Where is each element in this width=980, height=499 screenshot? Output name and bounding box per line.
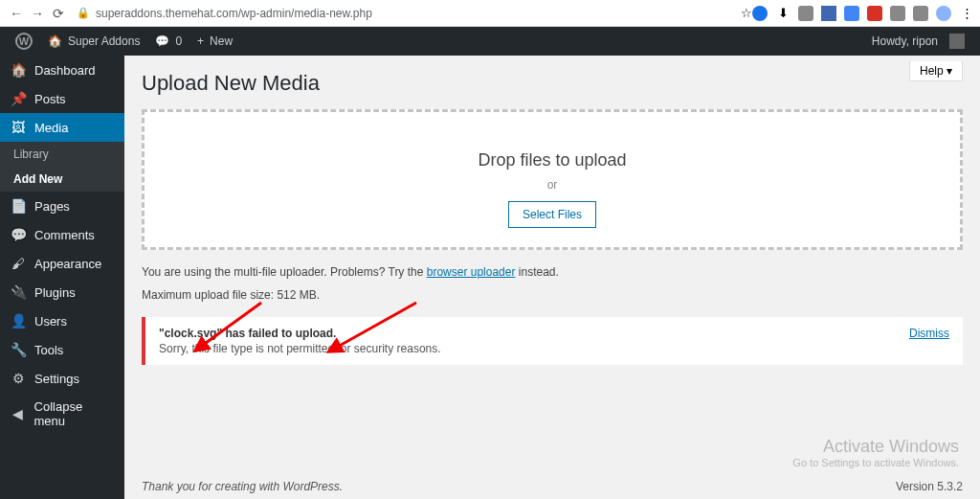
error-detail: Sorry, this file type is not permitted f…	[159, 342, 441, 355]
sidebar-label: Posts	[34, 92, 66, 106]
drop-or: or	[154, 178, 950, 192]
select-files-button[interactable]: Select Files	[508, 201, 596, 228]
new-link[interactable]: + New	[189, 34, 240, 48]
ext-icon-2[interactable]	[798, 6, 813, 21]
comments-icon: 💬	[10, 227, 27, 242]
account-link[interactable]: Howdy, ripon	[864, 34, 972, 49]
pages-icon: 📄	[10, 198, 27, 214]
address-bar[interactable]: 🔒 superaddons.themehat.com/wp-admin/medi…	[69, 5, 741, 22]
sidebar-item-tools[interactable]: 🔧Tools	[0, 335, 124, 364]
comments-link[interactable]: 💬 0	[147, 34, 189, 48]
help-tab[interactable]: Help ▾	[909, 61, 963, 81]
sidebar-label: Media	[34, 121, 68, 135]
wp-admin-bar: W 🏠 Super Addons 💬 0 + New Howdy, ripon	[0, 27, 980, 56]
browser-forward[interactable]: →	[27, 6, 48, 21]
sidebar-item-comments[interactable]: 💬Comments	[0, 220, 124, 249]
browser-menu[interactable]: ⋮	[959, 6, 974, 21]
download-icon[interactable]: ⬇	[775, 6, 791, 21]
plugins-icon: 🔌	[10, 284, 27, 300]
uploader-hint: You are using the multi-file uploader. P…	[142, 265, 963, 279]
media-icon: 🖼	[10, 120, 27, 135]
browser-uploader-link[interactable]: browser uploader	[427, 265, 516, 279]
settings-icon: ⚙	[10, 371, 27, 386]
site-link[interactable]: 🏠 Super Addons	[40, 34, 147, 48]
users-icon: 👤	[10, 313, 27, 329]
activate-windows-watermark: Activate Windows Go to Settings to activ…	[792, 437, 959, 468]
upload-dropzone[interactable]: Drop files to upload or Select Files	[142, 109, 963, 250]
footer-thanks: Thank you for creating with WordPress.	[142, 480, 343, 493]
sidebar-item-appearance[interactable]: 🖌Appearance	[0, 249, 124, 278]
sidebar-label: Dashboard	[34, 63, 96, 78]
browser-bar: ← → ⟳ 🔒 superaddons.themehat.com/wp-admi…	[0, 0, 980, 27]
comments-count: 0	[175, 34, 182, 48]
ext-icon-7[interactable]	[913, 6, 928, 21]
sidebar-sub-library[interactable]: Library	[0, 142, 124, 167]
sidebar-item-settings[interactable]: ⚙Settings	[0, 364, 124, 393]
sidebar-label: Users	[34, 314, 67, 329]
sidebar-item-media[interactable]: 🖼Media	[0, 113, 124, 142]
collapse-icon: ◀	[10, 406, 27, 421]
sidebar-sub-addnew[interactable]: Add New	[0, 167, 124, 192]
dismiss-link[interactable]: Dismiss	[909, 327, 949, 355]
ext-icon-5[interactable]	[867, 6, 882, 21]
lock-icon: 🔒	[77, 7, 90, 19]
howdy-text: Howdy, ripon	[872, 34, 938, 48]
sidebar-label: Settings	[34, 372, 79, 386]
home-icon: 🏠	[48, 34, 62, 48]
appearance-icon: 🖌	[10, 256, 27, 271]
profile-avatar[interactable]	[936, 6, 951, 21]
sidebar-collapse[interactable]: ◀Collapse menu	[0, 393, 124, 435]
sidebar-label: Collapse menu	[34, 399, 115, 428]
sidebar-item-posts[interactable]: 📌Posts	[0, 84, 124, 113]
sidebar-label: Comments	[34, 228, 95, 242]
wordpress-icon: W	[15, 33, 33, 50]
footer-version: Version 5.3.2	[896, 480, 963, 493]
dashboard-icon: 🏠	[10, 62, 27, 78]
sidebar-item-plugins[interactable]: 🔌Plugins	[0, 278, 124, 306]
error-notice: "clock.svg" has failed to upload. Sorry,…	[142, 317, 963, 365]
sidebar-item-pages[interactable]: 📄Pages	[0, 192, 124, 220]
url-text: superaddons.themehat.com/wp-admin/media-…	[96, 7, 372, 20]
site-name: Super Addons	[68, 34, 140, 48]
media-submenu: Library Add New	[0, 142, 124, 192]
sidebar-label: Tools	[34, 343, 63, 357]
drop-text: Drop files to upload	[154, 150, 950, 170]
star-icon[interactable]: ☆	[741, 6, 752, 20]
ext-icon-3[interactable]	[821, 6, 836, 21]
user-avatar	[949, 34, 965, 49]
sidebar-label: Pages	[34, 199, 70, 214]
posts-icon: 📌	[10, 91, 27, 106]
upload-limit: Maximum upload file size: 512 MB.	[142, 288, 963, 302]
admin-sidebar: 🏠Dashboard 📌Posts 🖼Media Library Add New…	[0, 56, 124, 499]
browser-reload[interactable]: ⟳	[48, 6, 69, 21]
comment-icon: 💬	[155, 34, 169, 48]
ext-icon-4[interactable]	[844, 6, 859, 21]
main-content: Help ▾ Upload New Media Drop files to up…	[124, 56, 980, 499]
plus-icon: +	[197, 34, 204, 48]
sidebar-label: Appearance	[34, 257, 101, 271]
tools-icon: 🔧	[10, 342, 27, 357]
page-title: Upload New Media	[142, 71, 963, 96]
new-label: New	[210, 34, 233, 48]
sidebar-label: Plugins	[34, 285, 76, 300]
error-title: "clock.svg" has failed to upload.	[159, 327, 441, 340]
ext-icon-1[interactable]	[752, 6, 768, 21]
ext-icon-6[interactable]	[890, 6, 905, 21]
browser-extensions: ⬇ ⋮	[752, 6, 974, 21]
sidebar-item-dashboard[interactable]: 🏠Dashboard	[0, 56, 124, 84]
browser-back[interactable]: ←	[6, 6, 27, 21]
wp-logo[interactable]: W	[8, 33, 40, 50]
sidebar-item-users[interactable]: 👤Users	[0, 306, 124, 335]
wordpress-link[interactable]: WordPress	[282, 480, 339, 493]
